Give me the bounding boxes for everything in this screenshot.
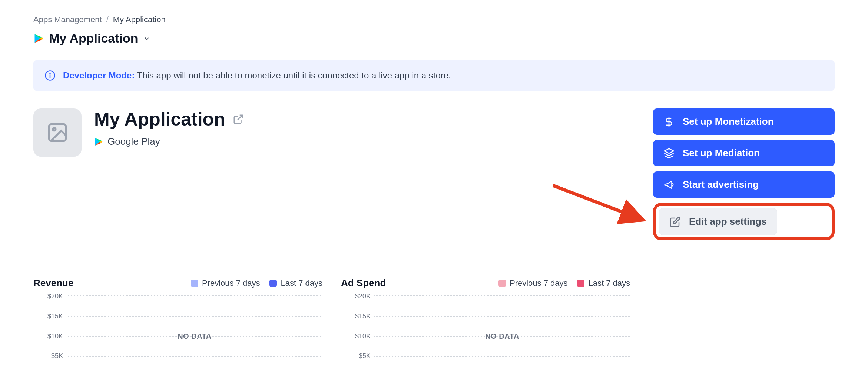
image-placeholder-icon — [46, 121, 69, 144]
legend-item-last: Last 7 days — [577, 278, 630, 288]
app-store-name: Google Play — [107, 136, 160, 147]
legend-item-last: Last 7 days — [269, 278, 322, 288]
svg-point-2 — [50, 73, 50, 73]
no-data-label: NO DATA — [67, 295, 322, 371]
google-play-icon — [94, 137, 103, 146]
app-title: My Application — [94, 108, 225, 130]
app-icon-placeholder — [33, 108, 82, 157]
chart-plot: $20K $15K $10K $5K $0.00 NO DATA Jan 3 J… — [33, 295, 322, 371]
legend-label: Previous 7 days — [510, 278, 568, 288]
legend-item-previous: Previous 7 days — [191, 278, 260, 288]
button-label: Set up Mediation — [683, 147, 760, 159]
app-switcher[interactable]: My Application — [33, 31, 150, 46]
layers-icon — [663, 148, 675, 159]
svg-point-4 — [53, 128, 56, 131]
y-axis-labels: $20K $15K $10K $5K $0.00 — [341, 293, 371, 371]
legend-label: Last 7 days — [281, 278, 322, 288]
svg-line-5 — [237, 115, 242, 120]
legend-swatch — [498, 280, 506, 287]
svg-marker-8 — [665, 148, 674, 153]
chevron-down-icon — [143, 35, 150, 42]
app-switcher-name: My Application — [49, 31, 138, 46]
legend-swatch — [577, 280, 584, 287]
breadcrumb: Apps Management / My Application — [33, 15, 835, 24]
breadcrumb-current: My Application — [113, 15, 166, 24]
action-column: Set up Monetization Set up Mediation Sta… — [653, 108, 835, 240]
charts-row: Revenue Previous 7 days Last 7 days $20K… — [33, 277, 835, 371]
legend-label: Previous 7 days — [202, 278, 260, 288]
svg-line-6 — [553, 186, 640, 219]
chart-title: Ad Spend — [341, 277, 386, 289]
legend-swatch — [269, 280, 277, 287]
revenue-chart: Revenue Previous 7 days Last 7 days $20K… — [33, 277, 322, 371]
edit-icon — [670, 216, 681, 227]
no-data-label: NO DATA — [374, 295, 630, 371]
button-label: Start advertising — [683, 179, 759, 190]
dollar-icon — [663, 116, 675, 127]
legend-item-previous: Previous 7 days — [498, 278, 568, 288]
setup-monetization-button[interactable]: Set up Monetization — [653, 108, 835, 135]
y-axis-labels: $20K $15K $10K $5K $0.00 — [33, 293, 63, 371]
developer-mode-banner: Developer Mode: This app will not be abl… — [33, 60, 835, 91]
button-label: Set up Monetization — [683, 116, 774, 127]
annotation-arrow — [549, 182, 653, 226]
info-icon — [44, 70, 56, 81]
chart-title: Revenue — [33, 277, 73, 289]
chart-legend: Previous 7 days Last 7 days — [191, 278, 322, 288]
chart-legend: Previous 7 days Last 7 days — [498, 278, 630, 288]
external-link-icon[interactable] — [233, 114, 244, 125]
breadcrumb-separator: / — [106, 15, 109, 24]
breadcrumb-root[interactable]: Apps Management — [33, 15, 102, 24]
legend-label: Last 7 days — [588, 278, 630, 288]
ad-spend-chart: Ad Spend Previous 7 days Last 7 days $20… — [341, 277, 630, 371]
legend-swatch — [191, 280, 198, 287]
start-advertising-button[interactable]: Start advertising — [653, 171, 835, 198]
edit-app-settings-button[interactable]: Edit app settings — [659, 208, 777, 235]
chart-plot: $20K $15K $10K $5K $0.00 NO DATA Jan 3 J… — [341, 295, 630, 371]
megaphone-icon — [663, 179, 675, 190]
banner-message: This app will not be able to monetize un… — [137, 70, 451, 80]
app-header: My Application Google Play — [33, 108, 638, 157]
highlight-annotation: Edit app settings — [653, 203, 835, 240]
button-label: Edit app settings — [689, 216, 766, 227]
app-store-label: Google Play — [94, 136, 244, 147]
banner-label: Developer Mode: — [63, 70, 135, 80]
google-play-icon — [33, 33, 44, 44]
setup-mediation-button[interactable]: Set up Mediation — [653, 140, 835, 166]
